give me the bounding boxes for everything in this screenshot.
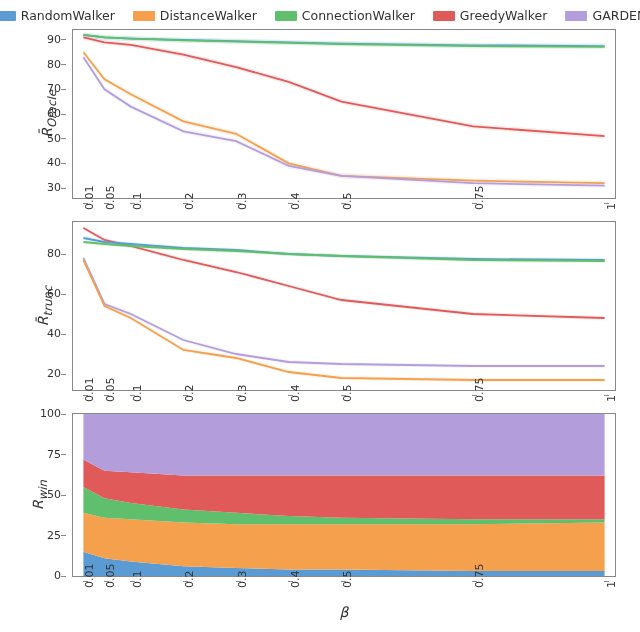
swatch-icon [0, 11, 16, 21]
legend-item-distance: DistanceWalker [133, 8, 257, 23]
xlabel-win: β [340, 604, 349, 620]
svg-marker-5 [83, 226, 604, 320]
plot-trunc [73, 222, 615, 390]
series-line [83, 258, 604, 366]
legend: RandomWalker DistanceWalker ConnectionWa… [10, 6, 630, 29]
legend-label: GreedyWalker [460, 8, 548, 23]
stacked-layer [83, 414, 604, 476]
series-line [83, 260, 604, 380]
legend-item-connection: ConnectionWalker [275, 8, 415, 23]
figure: RandomWalker DistanceWalker ConnectionWa… [0, 0, 640, 632]
plot-win [73, 414, 615, 576]
chart-win: Rwin β 02550751000.010.050.10.20.30.40.5… [72, 413, 616, 577]
swatch-icon [133, 11, 155, 21]
chart-trunc: R̄trunc β 204060800.010.050.10.20.30.40.… [72, 221, 616, 391]
legend-label: DistanceWalker [160, 8, 257, 23]
legend-item-random: RandomWalker [0, 8, 115, 23]
swatch-icon [565, 11, 587, 21]
legend-label: ConnectionWalker [302, 8, 415, 23]
legend-item-greedy: GreedyWalker [433, 8, 548, 23]
svg-marker-8 [83, 256, 604, 368]
swatch-icon [275, 11, 297, 21]
chart-oracle: R̄Oracle β 304050607080900.010.050.10.20… [72, 29, 616, 199]
plot-oracle [73, 30, 615, 198]
legend-item-garden: GARDEN [565, 8, 640, 23]
series-line [83, 57, 604, 185]
series-line [83, 52, 604, 183]
legend-label: RandomWalker [21, 8, 115, 23]
svg-marker-3 [83, 50, 604, 186]
series-line [83, 228, 604, 318]
legend-label: GARDEN [592, 8, 640, 23]
swatch-icon [433, 11, 455, 21]
